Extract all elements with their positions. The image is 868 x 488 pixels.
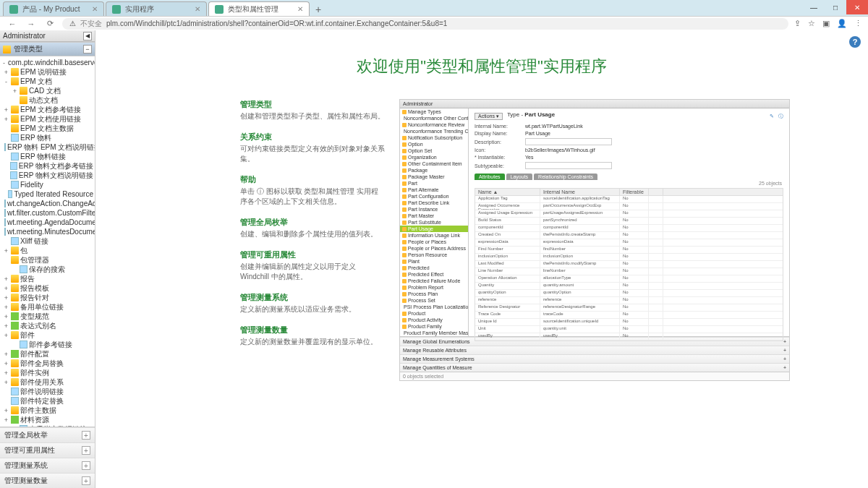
tree-item[interactable]: Typed Iterated Resource — [0, 189, 95, 199]
tree-toggle[interactable]: + — [12, 87, 18, 95]
tree-item[interactable]: 动态文档 — [0, 95, 95, 105]
tree-item[interactable]: ERP 物料文档参考链接 — [0, 161, 95, 171]
tree-item[interactable]: Xliff 链接 — [0, 236, 95, 246]
sidebar-panel[interactable]: 管理测量数量+ — [0, 473, 95, 488]
tree-item[interactable]: -com.ptc.windchill.baseserve — [0, 58, 95, 67]
tree-item[interactable]: +材料资源 — [0, 415, 95, 424]
tree-item[interactable]: wt.filter.custom.CustomFilter — [0, 208, 95, 218]
tree-item[interactable]: +EPM 文档使用链接 — [0, 114, 95, 124]
menu-icon[interactable]: ⋮ — [854, 19, 862, 28]
ss-tree-item: Part Describe Link — [400, 200, 468, 206]
tab-close-button[interactable]: ✕ — [195, 5, 200, 13]
tree-item[interactable]: wt.changeAction.ChangeAct — [0, 199, 95, 208]
tree-toggle[interactable]: + — [3, 247, 9, 254]
tree-toggle[interactable]: + — [3, 304, 9, 311]
star-icon[interactable]: ☆ — [808, 19, 815, 28]
tree-item[interactable]: ERP 物料链接 — [0, 152, 95, 161]
tree-toggle[interactable]: + — [3, 322, 9, 330]
browser-tab-bar: 产品 - My Product✕实用程序✕类型和属性管理✕+ — [0, 0, 868, 16]
tree-item[interactable]: 部件特定替换 — [0, 396, 95, 406]
tree-item[interactable]: +部件主数据 — [0, 406, 95, 415]
panel-expand-button[interactable]: + — [82, 431, 90, 440]
tree-toggle[interactable]: + — [3, 360, 9, 367]
tree-toggle[interactable]: + — [3, 407, 9, 414]
profile-icon[interactable]: 👤 — [837, 19, 847, 28]
section-collapse-button[interactable]: − — [83, 45, 92, 53]
tree-toggle[interactable]: + — [3, 379, 9, 386]
ss-tree-item: Product — [400, 310, 468, 317]
tree-item[interactable]: +部件 — [0, 330, 95, 340]
tab-title: 类型和属性管理 — [228, 4, 278, 14]
description-title: 管理测量系统 — [240, 292, 385, 303]
tree-item[interactable]: +报告 — [0, 274, 95, 283]
tree-item[interactable]: +部件使用关系 — [0, 377, 95, 387]
tree-toggle[interactable]: + — [3, 294, 9, 301]
tree-item[interactable]: +报告针对 — [0, 293, 95, 302]
tree-item[interactable]: +备用单位链接 — [0, 302, 95, 312]
nav-back-button[interactable]: ← — [6, 17, 19, 30]
tree-toggle[interactable]: + — [3, 416, 9, 424]
window-maximize-button[interactable]: □ — [825, 0, 846, 14]
sidebar-panel[interactable]: 管理全局枚举+ — [0, 427, 95, 442]
tree-toggle[interactable]: + — [3, 285, 9, 292]
extensions-icon[interactable]: ▣ — [822, 19, 830, 28]
browser-tab[interactable]: 产品 - My Product✕ — [3, 1, 104, 16]
tree-item[interactable]: -EPM 文档 — [0, 77, 95, 86]
sidebar-panel[interactable]: 管理测量系统+ — [0, 458, 95, 473]
tree-toggle[interactable]: + — [3, 116, 9, 123]
tab-close-button[interactable]: ✕ — [92, 5, 98, 13]
tree-item[interactable]: +EPM 说明链接 — [0, 67, 95, 77]
panel-expand-button[interactable]: + — [82, 446, 90, 455]
tree-item[interactable]: ERP 物料文档说明链接 — [0, 171, 95, 180]
tree-item[interactable]: +部件配置 — [0, 349, 95, 359]
nav-reload-button[interactable]: ⟳ — [43, 17, 56, 30]
help-icon[interactable]: ? — [849, 36, 861, 48]
url-field[interactable]: ⚠ 不安全 plm.com/Windchill/ptc1/administrat… — [62, 18, 788, 30]
tree-item[interactable]: +CAD 文档 — [0, 86, 95, 95]
sidebar-section-manage-types[interactable]: 管理类型 − — [0, 42, 95, 56]
window-minimize-button[interactable]: — — [803, 0, 825, 14]
tree-item[interactable]: +部件实例 — [0, 368, 95, 377]
tree-item[interactable]: wt.meeting.AgendaDocumen — [0, 218, 95, 227]
tree-item-label: 包 — [20, 246, 27, 256]
tree-item[interactable]: +EPM 文档参考链接 — [0, 105, 95, 114]
tree-toggle[interactable]: - — [3, 59, 5, 67]
tree-item[interactable]: +变型规范 — [0, 312, 95, 321]
tree-toggle[interactable]: + — [3, 351, 9, 358]
new-tab-button[interactable]: + — [311, 3, 326, 16]
tree-toggle[interactable]: + — [3, 313, 9, 320]
tree-item[interactable]: Fidelity — [0, 180, 95, 189]
sidebar-panel[interactable]: 管理可重用属性+ — [0, 442, 95, 458]
ss-tree-item: Person Resource — [400, 252, 468, 258]
ss-table-row: Quantityquantity.amountNo — [475, 283, 783, 290]
tree-item[interactable]: 部件参考链接 — [0, 340, 95, 349]
share-icon[interactable]: ⇪ — [794, 19, 801, 28]
tree-item[interactable]: ERP 物料 EPM 文档说明链接 — [0, 142, 95, 152]
tree-item[interactable]: +报告模板 — [0, 283, 95, 293]
panel-expand-button[interactable]: + — [82, 476, 90, 485]
tree-item[interactable]: +包 — [0, 246, 95, 255]
tree-item[interactable]: 保存的搜索 — [0, 265, 95, 274]
window-close-button[interactable]: ✕ — [846, 0, 868, 14]
tree-item[interactable]: EPM 文档主数据 — [0, 124, 95, 133]
browser-tab[interactable]: 实用程序✕ — [106, 1, 207, 16]
sidebar-collapse-button[interactable]: ◀ — [83, 32, 92, 40]
ss-table-row: Unitquantity.unitNo — [475, 326, 783, 333]
type-tree[interactable]: -com.ptc.windchill.baseserve+EPM 说明链接-EP… — [0, 56, 95, 427]
browser-tab[interactable]: 类型和属性管理✕ — [208, 1, 310, 16]
tree-toggle[interactable]: + — [3, 69, 9, 76]
tree-toggle[interactable]: + — [3, 275, 9, 283]
tree-toggle[interactable]: + — [3, 332, 9, 339]
tree-item[interactable]: 包管理器 — [0, 255, 95, 265]
tree-toggle[interactable]: - — [3, 78, 9, 85]
tree-toggle[interactable]: + — [3, 106, 9, 114]
tree-toggle[interactable]: + — [3, 369, 9, 377]
tree-item[interactable]: +部件全局替换 — [0, 359, 95, 368]
tree-item[interactable]: +表达式别名 — [0, 321, 95, 330]
tab-close-button[interactable]: ✕ — [297, 5, 303, 13]
nav-forward-button[interactable]: → — [25, 17, 38, 30]
tree-item[interactable]: ERP 物料 — [0, 133, 95, 142]
tree-item[interactable]: wt.meeting.MinutesDocumen — [0, 227, 95, 236]
tree-item[interactable]: 部件说明链接 — [0, 387, 95, 396]
panel-expand-button[interactable]: + — [82, 461, 90, 470]
